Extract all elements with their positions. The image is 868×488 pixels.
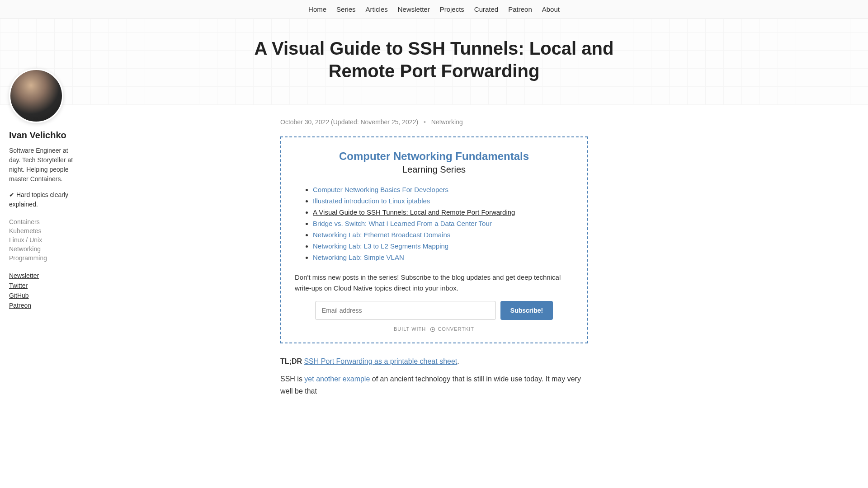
article-meta: October 30, 2022 (Updated: November 25, …: [280, 118, 588, 126]
intro-paragraph: SSH is yet another example of an ancient…: [280, 373, 588, 397]
tag-item[interactable]: Containers: [9, 217, 81, 226]
series-subtitle: Learning Series: [295, 164, 573, 175]
nav-series[interactable]: Series: [336, 5, 356, 13]
series-title[interactable]: Computer Networking Fundamentals: [295, 150, 573, 163]
author-tagline: ✔ Hard topics clearly explained.: [9, 190, 81, 209]
nav-newsletter[interactable]: Newsletter: [398, 5, 430, 13]
tldr-label: TL;DR: [280, 357, 302, 365]
social-twitter[interactable]: Twitter: [9, 282, 28, 289]
right-spacer: [778, 105, 868, 403]
series-item[interactable]: Networking Lab: L3 to L2 Segments Mappin…: [313, 242, 448, 250]
author-bio: Software Engineer at day. Tech Storytell…: [9, 146, 81, 184]
example-link[interactable]: yet another example: [304, 375, 370, 383]
tag-item[interactable]: Linux / Unix: [9, 235, 81, 244]
nav-home[interactable]: Home: [308, 5, 326, 13]
badge-brand: ConvertKit: [438, 326, 474, 332]
tag-item[interactable]: Programming: [9, 253, 81, 263]
tag-list: Containers Kubernetes Linux / Unix Netwo…: [9, 217, 81, 263]
convertkit-icon: [429, 326, 436, 333]
series-item[interactable]: Computer Networking Basics For Developer…: [313, 186, 448, 193]
convertkit-badge[interactable]: BUILT WITH ConvertKit: [295, 326, 573, 333]
updated-date: (Updated: November 25, 2022): [331, 118, 418, 126]
top-nav: Home Series Articles Newsletter Projects…: [0, 0, 868, 19]
publish-date: October 30, 2022: [280, 118, 329, 126]
series-box: Computer Networking Fundamentals Learnin…: [280, 136, 588, 343]
hero-banner: A Visual Guide to SSH Tunnels: Local and…: [0, 19, 868, 105]
cheatsheet-link[interactable]: SSH Port Forwarding as a printable cheat…: [304, 357, 457, 365]
tldr-suffix: .: [457, 357, 459, 365]
svg-point-1: [432, 328, 434, 330]
meta-separator: •: [424, 118, 426, 126]
series-list: Computer Networking Basics For Developer…: [295, 184, 573, 263]
para2-prefix: SSH is: [280, 375, 304, 383]
page-title: A Visual Guide to SSH Tunnels: Local and…: [231, 37, 637, 82]
category-link[interactable]: Networking: [431, 118, 463, 126]
series-item-current: A Visual Guide to SSH Tunnels: Local and…: [313, 208, 515, 216]
nav-articles[interactable]: Articles: [366, 5, 388, 13]
tag-item[interactable]: Networking: [9, 244, 81, 253]
social-newsletter[interactable]: Newsletter: [9, 272, 39, 279]
tag-item[interactable]: Kubernetes: [9, 226, 81, 235]
author-avatar: [9, 69, 63, 123]
nav-about[interactable]: About: [542, 5, 560, 13]
tldr-paragraph: TL;DR SSH Port Forwarding as a printable…: [280, 355, 588, 367]
nav-projects[interactable]: Projects: [440, 5, 464, 13]
article-body: TL;DR SSH Port Forwarding as a printable…: [280, 355, 588, 398]
series-item[interactable]: Bridge vs. Switch: What I Learned From a…: [313, 220, 492, 227]
series-item[interactable]: Illustrated introduction to Linux iptabl…: [313, 197, 430, 205]
sidebar: Ivan Velichko Software Engineer at day. …: [0, 69, 90, 403]
nav-curated[interactable]: Curated: [474, 5, 498, 13]
subscribe-button[interactable]: Subscribe!: [500, 301, 553, 320]
author-name: Ivan Velichko: [9, 130, 81, 141]
subscribe-form: Subscribe!: [295, 301, 573, 320]
badge-prefix: BUILT WITH: [394, 326, 426, 332]
social-list: Newsletter Twitter GitHub Patreon: [9, 271, 81, 310]
series-cta-text: Don't miss new posts in the series! Subs…: [295, 272, 573, 294]
series-item[interactable]: Networking Lab: Simple VLAN: [313, 253, 404, 261]
main-content: October 30, 2022 (Updated: November 25, …: [262, 105, 606, 403]
series-item[interactable]: Networking Lab: Ethernet Broadcast Domai…: [313, 231, 450, 239]
social-patreon[interactable]: Patreon: [9, 302, 31, 309]
nav-patreon[interactable]: Patreon: [508, 5, 532, 13]
social-github[interactable]: GitHub: [9, 292, 29, 299]
email-input[interactable]: [315, 301, 496, 320]
